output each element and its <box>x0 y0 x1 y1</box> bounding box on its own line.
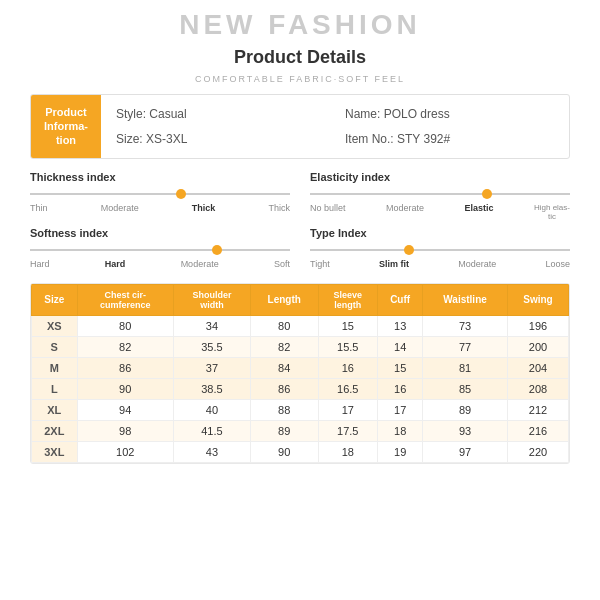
table-cell: 15 <box>318 315 378 336</box>
table-cell: 13 <box>378 315 423 336</box>
slider-thickness-rail <box>30 193 290 195</box>
slider-elasticity: Elasticity index No bullet Moderate Elas… <box>310 171 570 221</box>
table-cell: 73 <box>423 315 508 336</box>
table-cell: 81 <box>423 357 508 378</box>
slider-elasticity-ticks: No bullet Moderate Elastic High elas-tic <box>310 203 570 221</box>
table-cell: 88 <box>250 399 318 420</box>
table-row: XL944088171789212 <box>32 399 569 420</box>
table-cell: 212 <box>507 399 568 420</box>
table-cell: 43 <box>173 441 250 462</box>
table-row: 2XL9841.58917.51893216 <box>32 420 569 441</box>
col-header-shoulder: Shoulderwidth <box>173 284 250 315</box>
slider-elasticity-track <box>310 191 570 197</box>
slider-elasticity-rail <box>310 193 570 195</box>
table-cell: 196 <box>507 315 568 336</box>
table-cell: 3XL <box>32 441 78 462</box>
field-name: Name: POLO dress <box>345 103 554 124</box>
product-info-fields: Style: Casual Name: POLO dress Size: XS-… <box>101 95 569 158</box>
slider-type-label: Type Index <box>310 227 570 239</box>
col-header-size: Size <box>32 284 78 315</box>
table-cell: 16 <box>318 357 378 378</box>
table-cell: 35.5 <box>173 336 250 357</box>
slider-softness-track <box>30 247 290 253</box>
table-cell: 220 <box>507 441 568 462</box>
size-table-body: XS803480151373196S8235.58215.51477200M86… <box>32 315 569 462</box>
table-header-row: Size Chest cir-cumference Shoulderwidth … <box>32 284 569 315</box>
table-cell: 82 <box>77 336 173 357</box>
table-cell: 94 <box>77 399 173 420</box>
sliders-section: Thickness index Thin Moderate Thick Thic… <box>30 171 570 269</box>
table-cell: L <box>32 378 78 399</box>
product-info-box: ProductInforma-tion Style: Casual Name: … <box>30 94 570 159</box>
table-cell: 15.5 <box>318 336 378 357</box>
table-cell: 17 <box>318 399 378 420</box>
slider-elasticity-label: Elasticity index <box>310 171 570 183</box>
slider-thickness-track <box>30 191 290 197</box>
table-cell: 204 <box>507 357 568 378</box>
field-item-no: Item No.: STY 392# <box>345 128 554 149</box>
table-cell: 16.5 <box>318 378 378 399</box>
table-cell: S <box>32 336 78 357</box>
col-header-cuff: Cuff <box>378 284 423 315</box>
table-cell: 86 <box>250 378 318 399</box>
table-cell: 15 <box>378 357 423 378</box>
table-cell: M <box>32 357 78 378</box>
table-cell: 17 <box>378 399 423 420</box>
table-cell: 98 <box>77 420 173 441</box>
table-cell: 19 <box>378 441 423 462</box>
field-size: Size: XS-3XL <box>116 128 325 149</box>
slider-thickness-ticks: Thin Moderate Thick Thick <box>30 203 290 213</box>
col-header-length: Length <box>250 284 318 315</box>
table-row: M863784161581204 <box>32 357 569 378</box>
table-cell: 80 <box>77 315 173 336</box>
table-row: L9038.58616.51685208 <box>32 378 569 399</box>
table-cell: 200 <box>507 336 568 357</box>
table-cell: 37 <box>173 357 250 378</box>
slider-softness-rail <box>30 249 290 251</box>
table-cell: 216 <box>507 420 568 441</box>
slider-thickness-label: Thickness index <box>30 171 290 183</box>
table-cell: 38.5 <box>173 378 250 399</box>
slider-type-ticks: Tight Slim fit Moderate Loose <box>310 259 570 269</box>
table-cell: 34 <box>173 315 250 336</box>
field-style: Style: Casual <box>116 103 325 124</box>
table-cell: 90 <box>77 378 173 399</box>
slider-softness-label: Softness index <box>30 227 290 239</box>
table-cell: 86 <box>77 357 173 378</box>
col-header-chest: Chest cir-cumference <box>77 284 173 315</box>
subtitle: COMFORTABLE FABRIC·SOFT FEEL <box>30 74 570 84</box>
table-cell: XS <box>32 315 78 336</box>
table-cell: 17.5 <box>318 420 378 441</box>
table-cell: 82 <box>250 336 318 357</box>
col-header-sleeve: Sleevelength <box>318 284 378 315</box>
table-cell: 2XL <box>32 420 78 441</box>
table-cell: 102 <box>77 441 173 462</box>
size-table: Size Chest cir-cumference Shoulderwidth … <box>31 284 569 463</box>
size-table-container: Size Chest cir-cumference Shoulderwidth … <box>30 283 570 464</box>
slider-softness-ticks: Hard Hard Moderate Soft <box>30 259 290 269</box>
title-new-fashion: NEW FASHION <box>30 10 570 41</box>
table-cell: 40 <box>173 399 250 420</box>
slider-softness-thumb <box>212 245 222 255</box>
table-cell: 16 <box>378 378 423 399</box>
table-cell: 89 <box>250 420 318 441</box>
table-cell: 89 <box>423 399 508 420</box>
slider-thickness-thumb <box>176 189 186 199</box>
slider-type: Type Index Tight Slim fit Moderate Loose <box>310 227 570 269</box>
page-container: NEW FASHION Product Details COMFORTABLE … <box>0 0 600 600</box>
table-cell: 18 <box>318 441 378 462</box>
table-cell: 14 <box>378 336 423 357</box>
table-row: 3XL1024390181997220 <box>32 441 569 462</box>
table-cell: 85 <box>423 378 508 399</box>
table-cell: 18 <box>378 420 423 441</box>
table-cell: XL <box>32 399 78 420</box>
slider-type-track <box>310 247 570 253</box>
table-cell: 90 <box>250 441 318 462</box>
product-info-label: ProductInforma-tion <box>31 95 101 158</box>
col-header-waistline: Waistline <box>423 284 508 315</box>
slider-elasticity-thumb <box>482 189 492 199</box>
slider-type-thumb <box>404 245 414 255</box>
slider-softness: Softness index Hard Hard Moderate Soft <box>30 227 290 269</box>
table-cell: 97 <box>423 441 508 462</box>
table-cell: 84 <box>250 357 318 378</box>
